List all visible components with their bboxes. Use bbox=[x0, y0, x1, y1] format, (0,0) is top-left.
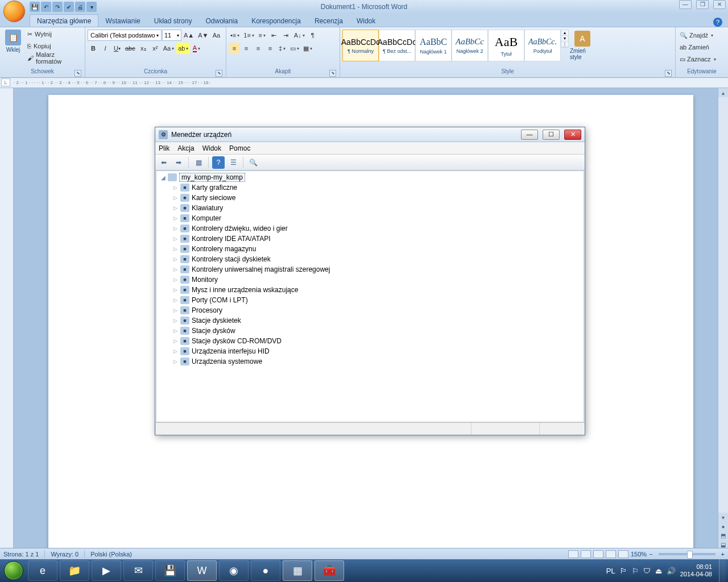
view-draft[interactable] bbox=[618, 550, 628, 558]
tab-view[interactable]: Widok bbox=[350, 15, 382, 27]
tray-volume-icon[interactable]: 🔊 bbox=[667, 567, 676, 575]
minimize-button[interactable]: — bbox=[679, 0, 692, 9]
multilevel-button[interactable]: ≡ bbox=[257, 30, 268, 41]
tree-item[interactable]: ▷■Kontrolery uniwersalnej magistrali sze… bbox=[156, 264, 584, 275]
menu-action[interactable]: Akcja bbox=[177, 144, 194, 152]
devmgr-close[interactable]: ✕ bbox=[564, 130, 581, 140]
superscript-button[interactable]: x² bbox=[150, 43, 161, 54]
tree-item[interactable]: ▷■Kontrolery IDE ATA/ATAPI bbox=[156, 234, 584, 244]
font-size-combo[interactable]: 11▾ bbox=[162, 30, 181, 41]
font-name-combo[interactable]: Calibri (Tekst podstawo▾ bbox=[88, 30, 162, 41]
tree-item[interactable]: ▷■Urządzenia systemowe bbox=[156, 356, 584, 367]
status-page[interactable]: Strona: 1 z 1 bbox=[3, 551, 39, 558]
task-mediaplayer[interactable]: ▶ bbox=[92, 560, 121, 581]
font-launcher[interactable]: ⬊ bbox=[216, 70, 222, 77]
numbering-button[interactable]: 1≡ bbox=[242, 30, 256, 41]
grow-font-icon[interactable]: A▲ bbox=[182, 30, 196, 41]
devmgr-titlebar[interactable]: ⚙ Menedżer urządzeń — ☐ ✕ bbox=[155, 127, 585, 142]
tree-item[interactable]: ▷■Mysz i inne urządzenia wskazujące bbox=[156, 285, 584, 295]
tree-root[interactable]: ◢ my_komp-my_komp bbox=[156, 172, 584, 182]
tray-av-icon[interactable]: 🛡 bbox=[643, 567, 651, 575]
show-desktop-button[interactable] bbox=[719, 559, 726, 582]
menu-file[interactable]: Plik bbox=[159, 144, 169, 152]
expand-icon[interactable]: ▷ bbox=[172, 275, 178, 284]
devmgr-minimize[interactable]: — bbox=[521, 130, 538, 140]
strike-button[interactable]: abc bbox=[123, 43, 137, 54]
devmgr-maximize[interactable]: ☐ bbox=[543, 130, 560, 140]
task-thunderbird[interactable]: ✉ bbox=[123, 560, 153, 581]
view-print-layout[interactable] bbox=[568, 550, 578, 558]
indent-decrease-button[interactable]: ⇤ bbox=[268, 30, 280, 41]
help-icon[interactable]: ? bbox=[713, 18, 722, 27]
task-ie[interactable]: e bbox=[28, 560, 57, 581]
tree-item[interactable]: ▷■Procesory bbox=[156, 305, 584, 315]
change-styles-button[interactable]: A Zmień style bbox=[569, 30, 596, 61]
view-web[interactable] bbox=[593, 550, 603, 558]
status-language[interactable]: Polski (Polska) bbox=[90, 551, 132, 558]
align-right-button[interactable]: ≡ bbox=[253, 43, 264, 54]
task-word[interactable]: W bbox=[187, 560, 217, 581]
qat-more-icon[interactable]: ▾ bbox=[86, 2, 97, 12]
expand-icon[interactable]: ▷ bbox=[172, 265, 178, 274]
expand-icon[interactable]: ▷ bbox=[172, 224, 178, 233]
device-tree[interactable]: ◢ my_komp-my_komp ▷■Karty graficzne▷■Kar… bbox=[156, 171, 584, 422]
status-words[interactable]: Wyrazy: 0 bbox=[51, 551, 78, 558]
zoom-out-button[interactable]: − bbox=[649, 551, 652, 558]
tab-mailings[interactable]: Korespondencja bbox=[245, 15, 308, 27]
office-button[interactable] bbox=[3, 1, 25, 22]
task-devmgr[interactable]: 🧰 bbox=[315, 560, 344, 581]
tray-safely-remove-icon[interactable]: ⏏ bbox=[655, 567, 662, 575]
expand-icon[interactable]: ▷ bbox=[172, 316, 178, 325]
align-left-button[interactable]: ≡ bbox=[229, 43, 240, 54]
expand-icon[interactable]: ▷ bbox=[172, 234, 178, 243]
forward-icon[interactable]: ➡ bbox=[172, 156, 185, 169]
italic-button[interactable]: I bbox=[100, 43, 111, 54]
zoom-slider[interactable] bbox=[659, 553, 715, 555]
restore-button[interactable]: ❐ bbox=[696, 0, 709, 9]
expand-icon[interactable]: ▷ bbox=[172, 285, 178, 294]
save-icon[interactable]: 💾 bbox=[30, 2, 40, 12]
sort-button[interactable]: A↓ bbox=[292, 30, 307, 41]
task-chrome[interactable]: ◉ bbox=[219, 560, 249, 581]
font-color-button[interactable]: A bbox=[191, 43, 202, 54]
start-button[interactable] bbox=[1, 559, 26, 582]
vertical-ruler[interactable] bbox=[0, 88, 14, 559]
tray-action-center-icon[interactable]: ⚐ bbox=[632, 567, 639, 575]
expand-icon[interactable]: ▷ bbox=[172, 306, 178, 315]
horizontal-ruler[interactable]: L · 2 · · 1 · · · · · 1 · · 2 · · 3 · · … bbox=[0, 78, 728, 88]
style-heading1[interactable]: AaBbCNagłówek 1 bbox=[415, 30, 452, 61]
help-topic-icon[interactable]: ? bbox=[212, 156, 225, 169]
properties-icon[interactable]: ☰ bbox=[227, 156, 239, 169]
borders-button[interactable]: ▦ bbox=[301, 43, 314, 54]
expand-icon[interactable]: ▷ bbox=[172, 336, 178, 346]
task-explorer[interactable]: 📁 bbox=[60, 560, 89, 581]
tray-flag-icon[interactable]: 🏳 bbox=[620, 567, 627, 575]
paste-button[interactable]: 📋 Wklej bbox=[2, 28, 24, 54]
clear-format-icon[interactable]: Aa bbox=[210, 30, 222, 41]
tab-layout[interactable]: Układ strony bbox=[147, 15, 199, 27]
expand-icon[interactable]: ▷ bbox=[172, 326, 178, 335]
styles-launcher[interactable]: ⬊ bbox=[665, 70, 672, 77]
style-nospace[interactable]: AaBbCcDc¶ Bez odst... bbox=[379, 30, 415, 61]
expand-icon[interactable]: ▷ bbox=[172, 255, 178, 264]
tree-item[interactable]: ▷■Stacje dysków bbox=[156, 326, 584, 336]
scan-hardware-icon[interactable]: 🔍 bbox=[247, 156, 259, 169]
tree-item[interactable]: ▷■Klawiatury bbox=[156, 203, 584, 213]
collapse-icon[interactable]: ◢ bbox=[161, 174, 166, 181]
change-case-button[interactable]: Aa bbox=[162, 43, 176, 54]
tab-home[interactable]: Narzędzia główne bbox=[30, 14, 98, 27]
cut-button[interactable]: ✂ Wytnij bbox=[26, 28, 82, 40]
tab-insert[interactable]: Wstawianie bbox=[98, 15, 147, 27]
style-title[interactable]: AaBTytuł bbox=[488, 30, 524, 61]
tree-item[interactable]: ▷■Karty graficzne bbox=[156, 182, 584, 193]
tree-item[interactable]: ▷■Stacje dysków CD-ROM/DVD bbox=[156, 336, 584, 346]
paragraph-launcher[interactable]: ⬊ bbox=[329, 70, 336, 77]
styles-scroll[interactable]: ▴▾⋮ bbox=[561, 30, 569, 48]
undo-icon[interactable]: ↶ bbox=[41, 2, 51, 12]
select-button[interactable]: ▭ Zaznacz bbox=[678, 53, 725, 65]
clipboard-launcher[interactable]: ⬊ bbox=[75, 70, 81, 77]
bullets-button[interactable]: •≡ bbox=[229, 30, 241, 41]
shrink-font-icon[interactable]: A▼ bbox=[196, 30, 210, 41]
print-icon[interactable]: 🖨 bbox=[75, 2, 85, 12]
replace-button[interactable]: ab Zamień bbox=[678, 41, 725, 53]
